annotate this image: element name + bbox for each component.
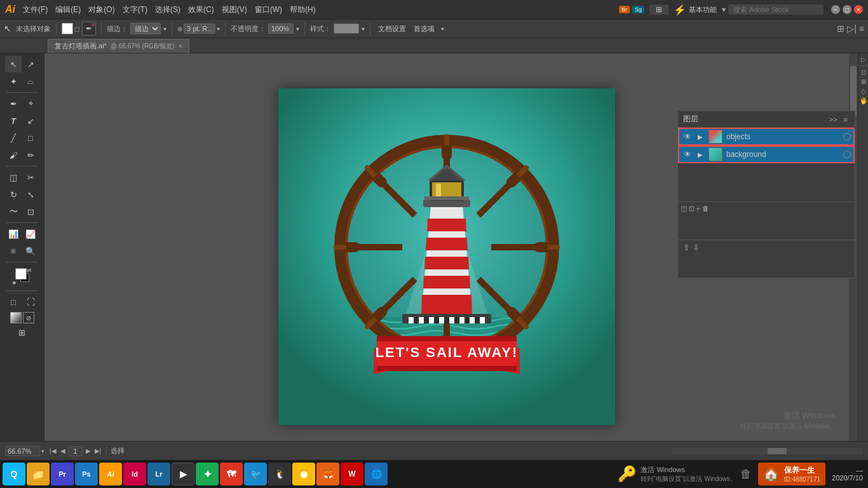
prev-page-btn[interactable]: ◀ xyxy=(59,447,67,455)
arrange-btn2[interactable]: ⇩ xyxy=(693,243,700,252)
shape-tool-btn[interactable]: □ xyxy=(22,130,39,146)
taskbar-chrome-icon[interactable]: ◉ xyxy=(292,463,315,485)
fill-color-box[interactable] xyxy=(15,268,27,280)
none-swatch[interactable]: ⊘ xyxy=(23,312,34,323)
taskbar-explorer-icon[interactable]: 📁 xyxy=(27,463,50,485)
document-tab[interactable]: 复古灯塔插画.ai* @ 66.67% (RGB/预览) × xyxy=(48,39,189,53)
first-page-btn[interactable]: |◀ xyxy=(48,447,58,455)
direct-selection-tool-btn[interactable]: ↗ xyxy=(22,56,39,72)
warp-tool-btn[interactable]: 〜 xyxy=(5,203,22,220)
scale-tool-btn[interactable]: ⤡ xyxy=(22,186,39,203)
vertical-scroll-thumb[interactable] xyxy=(850,66,857,117)
delete-layer-btn[interactable]: 🗑 xyxy=(702,205,709,212)
taskbar-app1-icon[interactable]: ✦ xyxy=(196,463,219,485)
pencil-tool-btn[interactable]: ✏ xyxy=(22,147,39,163)
status-scroll-thumb[interactable] xyxy=(768,448,787,454)
swap-colors-btn[interactable]: ⇄ xyxy=(27,267,32,273)
layer-expand-background[interactable]: ▶ xyxy=(696,149,705,160)
workspace-selector[interactable]: 基本功能 xyxy=(689,5,717,15)
right-panel-icon3[interactable]: ◇ xyxy=(861,88,866,95)
right-panel-icon1[interactable]: ⊡ xyxy=(860,70,867,75)
symbol-tool-btn[interactable]: ⚛ xyxy=(5,243,22,259)
taskbar-firefox-icon[interactable]: 🦊 xyxy=(316,463,339,485)
normal-mode-btn[interactable]: □ xyxy=(5,294,22,310)
layer-target-objects[interactable] xyxy=(843,133,851,140)
style-preview[interactable] xyxy=(334,24,359,34)
right-panel-icon4[interactable]: 🖐 xyxy=(860,97,867,104)
menu-text[interactable]: 文字(T) xyxy=(123,4,147,15)
sysinfo-box[interactable]: 🏠 保养一生 ID:48807171 xyxy=(758,463,825,485)
new-layer-btn[interactable]: + xyxy=(696,205,700,212)
right-panel-icon2[interactable]: ⊞ xyxy=(861,78,866,85)
scissors-tool-btn[interactable]: ✂ xyxy=(22,169,39,186)
taskbar-photoshop-icon[interactable]: Ps xyxy=(75,463,98,485)
taskbar-indesign-icon[interactable]: Id xyxy=(123,463,146,485)
chart-bar-btn[interactable]: 📊 xyxy=(5,226,22,242)
grid-icon[interactable]: ⊞ xyxy=(649,4,668,15)
menu-file[interactable]: 文件(F) xyxy=(23,4,48,15)
right-panel-arrow[interactable]: ▷ xyxy=(861,56,866,63)
layer-row-objects[interactable]: 👁 ▶ objects xyxy=(678,128,855,146)
menu-object[interactable]: 对象(O) xyxy=(88,4,114,15)
taskbar-bird-icon[interactable]: 🐦 xyxy=(244,463,267,485)
taskbar-illustrator-icon[interactable]: Ai xyxy=(99,463,122,485)
menu-window[interactable]: 窗口(W) xyxy=(255,4,282,15)
opacity-dropdown[interactable]: ▾ xyxy=(296,25,299,32)
zoom-tool-btn[interactable]: 🔍 xyxy=(22,243,39,259)
arrange-btn1[interactable]: ⇧ xyxy=(683,243,690,252)
fullscreen-btn[interactable]: ⛶ xyxy=(22,294,39,310)
window-close-button[interactable]: × xyxy=(854,5,863,14)
taskbar-maps-icon[interactable]: 🗺 xyxy=(220,463,243,485)
stroke-width-dropdown[interactable]: ▾ xyxy=(217,25,220,32)
gradient-swatch[interactable] xyxy=(10,312,22,323)
panel-toggle-icon[interactable]: ▷| xyxy=(847,24,857,34)
stroke-width-input[interactable] xyxy=(184,24,215,34)
adobe-stock-search[interactable] xyxy=(728,4,824,15)
make-sublayer-btn[interactable]: ◫ xyxy=(681,205,687,213)
artboard-tool-btn[interactable]: ⊞ xyxy=(14,324,31,341)
next-page-btn[interactable]: ▶ xyxy=(85,447,92,455)
layers-menu-button[interactable]: ≡ xyxy=(842,115,850,124)
layer-row-background[interactable]: 👁 ▶ background xyxy=(678,146,855,163)
prefs-dropdown[interactable]: ▾ xyxy=(441,25,444,32)
menu-select[interactable]: 选择(S) xyxy=(155,4,180,15)
menu-icon[interactable]: ≡ xyxy=(859,24,864,34)
taskbar-penguin-icon[interactable]: 🐧 xyxy=(268,463,291,485)
layers-expand-button[interactable]: >> xyxy=(827,115,839,124)
selection-tool-icon[interactable]: ↖ xyxy=(4,24,11,34)
window-minimize-button[interactable]: − xyxy=(831,5,840,14)
line-tool-btn[interactable]: ╱ xyxy=(5,130,22,146)
fill-color-swatch[interactable] xyxy=(62,23,73,34)
layer-expand-objects[interactable]: ▶ xyxy=(696,131,705,142)
stock-icon[interactable]: Sg xyxy=(632,6,644,13)
taskbar-lightroom-icon[interactable]: Lr xyxy=(147,463,170,485)
free-transform-btn[interactable]: ⊡ xyxy=(22,203,39,220)
grid-layout-icon[interactable]: ⊞ xyxy=(837,24,844,34)
workspace-dropdown-icon[interactable]: ▾ xyxy=(722,5,726,14)
pen-tool-btn[interactable]: ✒ xyxy=(5,95,22,112)
anchor-tool-btn[interactable]: ⌖ xyxy=(22,95,39,112)
taskbar-earth-icon[interactable]: 🌐 xyxy=(365,463,388,485)
lasso-tool-btn[interactable]: ⌓ xyxy=(22,73,39,90)
menu-view[interactable]: 视图(V) xyxy=(222,4,247,15)
menu-edit[interactable]: 编辑(E) xyxy=(55,4,81,15)
find-obj-btn[interactable]: ⊡ xyxy=(689,205,695,213)
page-input[interactable] xyxy=(68,446,83,456)
default-colors-btn[interactable]: ■ xyxy=(13,280,16,286)
taskbar-media-icon[interactable]: ▶ xyxy=(172,463,194,485)
layer-target-background[interactable] xyxy=(843,151,851,158)
menu-effect[interactable]: 效果(C) xyxy=(188,4,214,15)
opacity-input[interactable] xyxy=(268,24,294,34)
magic-wand-tool-btn[interactable]: ✦ xyxy=(5,73,22,90)
paintbrush-tool-btn[interactable]: 🖌 xyxy=(5,147,22,163)
doc-settings-button[interactable]: 文档设置 xyxy=(376,23,409,35)
chart-line-btn[interactable]: 📈 xyxy=(22,226,39,242)
zoom-dropdown[interactable]: ▾ xyxy=(41,448,44,454)
window-maximize-button[interactable]: □ xyxy=(843,5,851,14)
status-scroll[interactable] xyxy=(672,448,863,454)
bridge-icon[interactable]: Br xyxy=(619,6,630,13)
touch-type-btn[interactable]: ↙ xyxy=(22,112,39,129)
taskbar-premiere-icon[interactable]: Pr xyxy=(51,463,74,485)
layer-visibility-background[interactable]: 👁 xyxy=(682,149,693,160)
selection-tool-btn[interactable]: ↖ xyxy=(5,56,22,72)
